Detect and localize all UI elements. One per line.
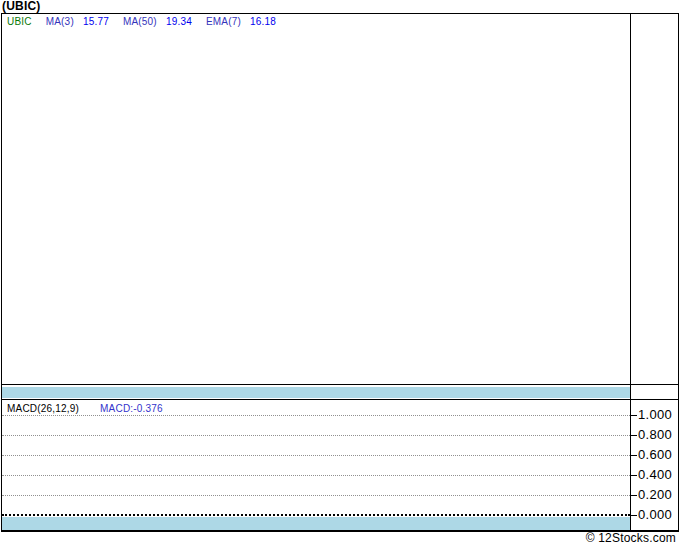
macd-panel [2, 400, 630, 530]
macd-axis-label: 0.600 [638, 448, 678, 462]
macd-axis-tick [630, 455, 637, 456]
credit-text: © 12Stocks.com [586, 532, 676, 545]
price-legend: UBIC MA(3) 15.77 MA(50) 19.34 EMA(7) 16.… [7, 16, 276, 27]
price-panel [2, 14, 630, 384]
legend-ema7-label: EMA(7) [206, 16, 241, 27]
macd-axis-label: 0.000 [638, 508, 678, 522]
legend-ma3-label: MA(3) [46, 16, 74, 27]
macd-indicator-value: MACD:-0.376 [100, 403, 163, 414]
legend-ma50-label: MA(50) [123, 16, 157, 27]
frame-right-border [678, 13, 679, 531]
macd-xaxis-band [2, 517, 630, 530]
macd-axis-label: 0.200 [638, 488, 678, 502]
macd-axis-label: 1.000 [638, 408, 678, 422]
macd-axis-tick [630, 495, 637, 496]
stock-chart-page: (UBIC) UBIC MA(3) 15.77 MA(50) 19.34 EMA… [0, 0, 680, 546]
macd-gridline [2, 455, 630, 456]
chart-title: (UBIC) [2, 0, 41, 13]
macd-axis-tick [630, 415, 637, 416]
macd-gridline [2, 495, 630, 496]
macd-gridline [2, 475, 630, 476]
macd-axis-label: 0.800 [638, 428, 678, 442]
macd-axis-label: 0.400 [638, 468, 678, 482]
macd-axis-tick [630, 475, 637, 476]
legend-ma3-value: 15.77 [83, 16, 109, 27]
price-xaxis-band [2, 387, 630, 398]
macd-gridline [2, 435, 630, 436]
macd-legend: MACD(26,12,9) MACD:-0.376 [7, 403, 163, 414]
macd-indicator-label: MACD(26,12,9) [7, 403, 79, 414]
macd-zero-line [2, 514, 630, 516]
macd-axis-tick [630, 435, 637, 436]
frame-bottom-border [1, 530, 679, 532]
legend-ma50-value: 19.34 [166, 16, 192, 27]
legend-ema7-value: 16.18 [250, 16, 276, 27]
macd-gridline [2, 415, 630, 416]
price-panel-bottom-border [1, 384, 679, 385]
macd-axis-tick [630, 515, 637, 516]
price-right-axis [631, 14, 678, 384]
legend-symbol: UBIC [7, 16, 32, 27]
